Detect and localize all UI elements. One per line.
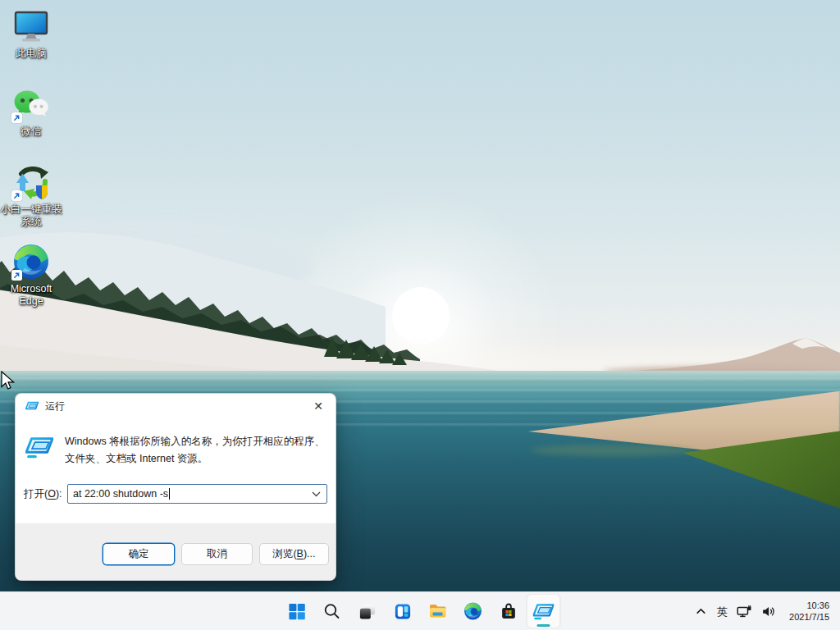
store-button[interactable] — [492, 595, 525, 628]
widgets-icon — [393, 602, 412, 621]
ok-button[interactable]: 确定 — [103, 543, 175, 565]
desktop-icon-edge[interactable]: Microsoft Edge — [0, 242, 62, 307]
run-icon — [25, 436, 53, 459]
open-input-value: at 22:00 shutdown -s — [73, 488, 168, 500]
run-dialog-titlebar[interactable]: 运行 — [16, 394, 336, 418]
taskbar-app-group — [281, 595, 560, 628]
cancel-button[interactable]: 取消 — [181, 543, 253, 565]
run-dialog-description: Windows 将根据你所输入的名称，为你打开相应的程序、 文件夹、文档或 In… — [65, 433, 327, 467]
active-app-indicator — [537, 624, 550, 627]
file-explorer-icon — [428, 601, 448, 621]
run-dialog: 运行 ✕ Windows 将根据你所输入的名称，为你打开相应的程序、 文件夹、文… — [15, 393, 336, 581]
run-app-button[interactable] — [527, 595, 560, 628]
desktop-icon-this-pc[interactable]: 此电脑 — [0, 7, 62, 60]
close-icon[interactable]: ✕ — [305, 396, 331, 416]
file-explorer-button[interactable] — [422, 595, 454, 628]
clock-date: 2021/7/15 — [789, 612, 829, 623]
desktop-icon-label: 微信 — [0, 126, 62, 138]
windows-start-icon — [287, 602, 306, 621]
run-icon — [533, 603, 555, 620]
chevron-down-icon[interactable] — [312, 491, 321, 497]
ime-indicator[interactable]: 英 — [717, 605, 728, 619]
open-input[interactable]: at 22:00 shutdown -s — [67, 484, 327, 504]
task-view-button[interactable] — [351, 595, 384, 628]
system-tray: 英 10:36 2021/7/15 — [694, 592, 840, 630]
edge-icon — [463, 601, 483, 621]
shortcut-arrow-icon — [11, 190, 22, 201]
microsoft-store-icon — [499, 602, 518, 621]
snowy-mountain-left — [0, 221, 541, 386]
clock-time: 10:36 — [789, 600, 829, 612]
desktop-icon-wechat[interactable]: 微信 — [0, 84, 62, 138]
desktop-icon-label: 小白一键重装 系统 — [0, 203, 62, 227]
text-caret — [169, 488, 170, 500]
this-pc-icon — [11, 7, 51, 46]
grass-reflection — [530, 445, 694, 456]
edge-button[interactable] — [457, 595, 490, 628]
search-icon — [323, 602, 341, 620]
desktop-icon-xiaobai[interactable]: 小白一键重装 系统 — [0, 162, 62, 227]
browse-button[interactable]: 浏览(B)... — [259, 543, 329, 565]
taskbar: 英 10:36 2021/7/15 — [0, 591, 840, 630]
mouse-cursor — [1, 371, 16, 392]
widgets-button[interactable] — [386, 595, 419, 628]
network-ethernet-icon[interactable] — [737, 605, 752, 619]
search-button[interactable] — [316, 595, 349, 628]
run-title-icon — [25, 401, 39, 412]
start-button[interactable] — [281, 595, 313, 628]
shortcut-arrow-icon — [11, 112, 22, 123]
run-dialog-footer: 确定 取消 浏览(B)... — [16, 523, 336, 581]
clock[interactable]: 10:36 2021/7/15 — [789, 600, 829, 623]
shortcut-arrow-icon — [11, 270, 22, 281]
run-dialog-title: 运行 — [45, 399, 65, 413]
volume-icon[interactable] — [761, 605, 775, 619]
desktop-icon-label: Microsoft Edge — [0, 283, 62, 307]
tray-chevron-up-icon[interactable] — [694, 605, 708, 619]
desktop-icon-label: 此电脑 — [0, 48, 62, 60]
open-label: 打开(O): — [24, 485, 62, 503]
task-view-icon — [358, 602, 377, 621]
